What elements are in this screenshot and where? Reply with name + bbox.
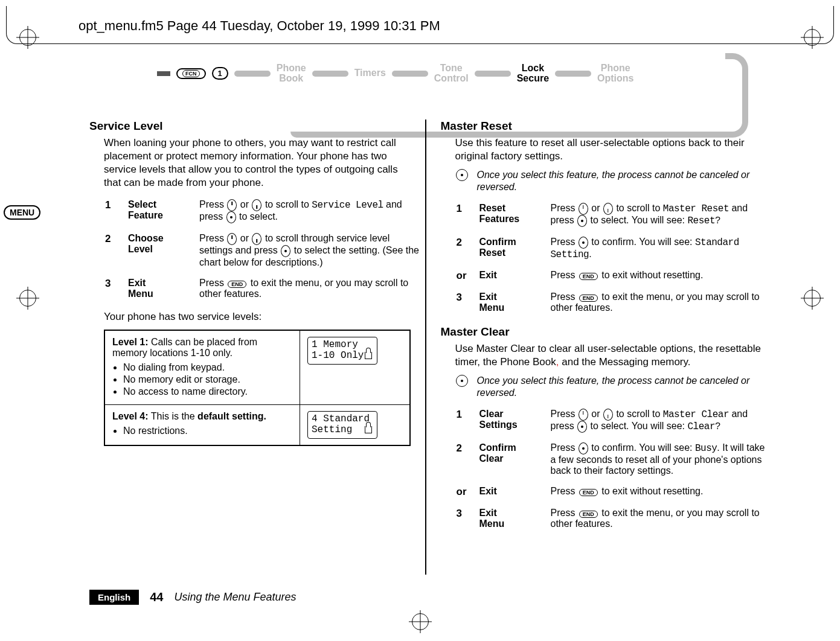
scroll-down-icon <box>603 409 613 421</box>
scroll-down-icon <box>252 199 261 211</box>
select-icon <box>577 421 587 433</box>
select-icon <box>226 211 236 223</box>
nav-lock-secure: LockSecure <box>517 63 549 84</box>
step-num: 2 <box>457 234 478 266</box>
master-reset-heading: Master Reset <box>441 120 762 133</box>
right-column: Master Reset Use this feature to reset a… <box>441 120 762 575</box>
end-key-icon: END <box>579 511 598 518</box>
nav-connector <box>312 71 348 77</box>
step-num: 1 <box>457 200 478 233</box>
nav-one-key: 1 <box>212 67 228 80</box>
column-separator <box>425 120 426 575</box>
lcd-display: 4 Standard Setting <box>307 411 377 438</box>
reg-mark-tl <box>19 29 36 46</box>
nav-start-bar <box>157 71 170 76</box>
step-body: Press or to scroll to Service Level and … <box>199 197 424 229</box>
level4-cell: Level 4: This is the default setting. No… <box>104 405 300 445</box>
scroll-up-icon <box>227 199 237 211</box>
step-num: or <box>457 267 478 288</box>
service-levels-table: Level 1: Calls can be placed from memory… <box>104 330 411 445</box>
scroll-down-icon <box>603 203 613 215</box>
level1-lcd-cell: 1 Memory 1-10 Only <box>300 330 410 405</box>
step-num: 1 <box>105 197 127 229</box>
language-badge: English <box>89 590 139 605</box>
end-key-icon: END <box>579 295 598 302</box>
nav-phone-book: PhoneBook <box>277 63 306 84</box>
step-body: Press END to exit the menu, or you may s… <box>551 505 775 535</box>
step-body: Press END to exit the menu, or you may s… <box>551 289 775 319</box>
master-clear-intro: Use Master Clear to clear all user-selec… <box>455 342 762 369</box>
nav-connector <box>475 71 511 77</box>
reg-mark-mr <box>804 290 821 307</box>
step-num: 1 <box>457 406 478 439</box>
level1-bullet: No access to name directory. <box>123 386 292 397</box>
end-key-icon: END <box>579 273 598 280</box>
step-title: Exit Menu <box>479 505 550 535</box>
left-column: Service Level When loaning your phone to… <box>89 120 411 575</box>
master-reset-steps: 1 Reset Features Press or to scroll to M… <box>455 199 777 320</box>
master-clear-steps: 1 Clear Settings Press or to scroll to M… <box>455 405 777 537</box>
master-reset-note: Once you select this feature, the proces… <box>455 169 762 193</box>
level4-lcd-cell: 4 Standard Setting <box>300 405 410 445</box>
lcd-display: 1 Memory 1-10 Only <box>307 337 377 364</box>
scroll-down-icon <box>252 233 261 245</box>
step-num: 3 <box>457 289 478 319</box>
page-number: 44 <box>150 590 163 604</box>
step-body: Press or to scroll to Master Reset and p… <box>551 200 775 233</box>
step-title: Confirm Clear <box>479 440 550 482</box>
scroll-up-icon <box>227 233 237 245</box>
levels-intro: Your phone has two service levels: <box>104 310 411 324</box>
select-icon <box>579 237 588 249</box>
step-num: 3 <box>457 505 478 535</box>
step-title: Exit Menu <box>128 275 198 305</box>
step-body: Press or to scroll to Master Clear and p… <box>551 406 775 439</box>
level4-bullet: No restrictions. <box>123 426 292 436</box>
service-level-heading: Service Level <box>89 120 411 133</box>
nav-connector <box>392 71 428 77</box>
step-title: Choose Level <box>128 231 198 274</box>
step-body: Press END to exit without resetting. <box>551 483 775 504</box>
nav-connector <box>555 71 591 77</box>
note-icon <box>456 169 468 181</box>
step-body: Press to confirm. You will see: Busy. It… <box>551 440 775 482</box>
master-clear-note: Once you select this feature, the proces… <box>455 375 762 399</box>
step-title: Exit <box>479 267 550 288</box>
nav-phone-options: PhoneOptions <box>597 63 633 84</box>
nav-connector <box>234 71 271 77</box>
lock-icon <box>365 352 372 359</box>
scroll-up-icon <box>579 409 588 421</box>
step-title: Exit <box>479 483 550 504</box>
nav-timers: Timers <box>354 68 386 78</box>
page-header: opt_menu.fm5 Page 44 Tuesday, October 19… <box>79 18 440 34</box>
select-icon <box>577 215 587 227</box>
end-key-icon: END <box>228 281 246 288</box>
level1-bullet: No dialing from keypad. <box>123 362 292 373</box>
nav-fcn-key: FCN <box>176 68 206 79</box>
select-icon <box>281 245 290 257</box>
nav-tone-control: ToneControl <box>434 63 469 84</box>
step-title: Clear Settings <box>479 406 550 439</box>
step-title: Select Feature <box>128 197 198 229</box>
master-clear-heading: Master Clear <box>441 325 762 339</box>
step-num: or <box>457 483 478 504</box>
service-level-steps: 1 Select Feature Press or to scroll to S… <box>104 196 425 307</box>
select-icon <box>579 442 588 454</box>
page-footer: English 44 Using the Menu Features <box>89 590 297 605</box>
reg-mark-tr <box>804 29 821 46</box>
service-level-intro: When loaning your phone to others, you m… <box>104 136 411 190</box>
scroll-up-icon <box>579 203 588 215</box>
reg-mark-ml <box>19 290 36 307</box>
reg-mark-bc <box>412 613 429 630</box>
lock-icon <box>365 426 372 433</box>
step-title: Confirm Reset <box>479 234 550 266</box>
note-icon <box>456 375 468 387</box>
step-num: 2 <box>457 440 478 482</box>
step-body: Press or to scroll through service level… <box>199 231 424 274</box>
menu-badge: MENU <box>4 205 40 220</box>
step-title: Reset Features <box>479 200 550 233</box>
step-body: Press END to exit the menu, or you may s… <box>199 275 424 305</box>
end-key-icon: END <box>579 489 598 496</box>
level1-bullet: No memory edit or storage. <box>123 374 292 385</box>
step-title: Exit Menu <box>479 289 550 319</box>
master-reset-intro: Use this feature to reset all user-selec… <box>455 136 762 163</box>
